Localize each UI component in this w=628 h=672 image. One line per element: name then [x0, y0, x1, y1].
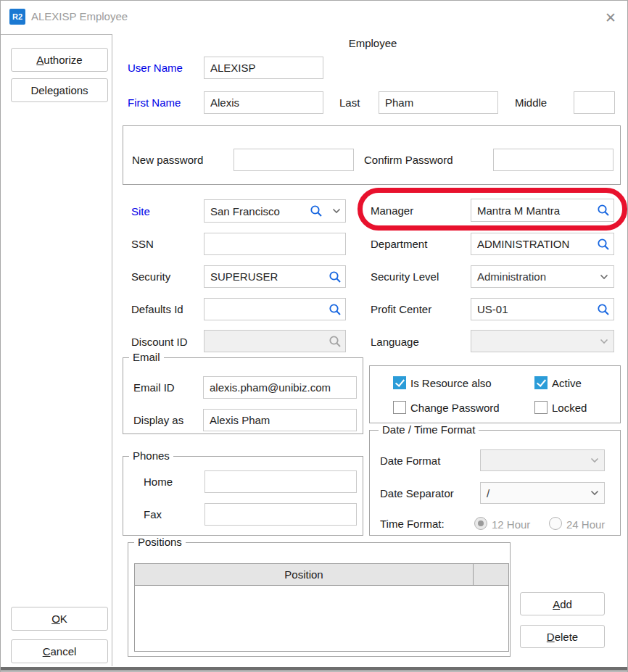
sidebar-panel	[1, 34, 112, 666]
confirm-password-input[interactable]	[493, 149, 613, 171]
display-as-input[interactable]	[203, 409, 357, 431]
security-label: Security	[131, 270, 170, 283]
authorize-button[interactable]: Authorize	[11, 48, 108, 72]
ssn-field	[204, 233, 346, 255]
home-phone-label: Home	[144, 476, 173, 488]
first-name-input[interactable]	[204, 91, 323, 114]
site-dropdown-icon[interactable]	[332, 208, 341, 214]
site-search-icon[interactable]	[310, 204, 323, 217]
time-format-label: Time Format:	[380, 518, 445, 530]
security-input[interactable]	[204, 265, 346, 288]
positions-table-body	[134, 585, 509, 652]
security-field	[204, 265, 346, 288]
is-resource-checkbox[interactable]	[393, 376, 406, 389]
hour12-radio	[474, 517, 487, 530]
email-id-input[interactable]	[203, 376, 357, 399]
date-separator-dropdown-icon[interactable]	[590, 490, 599, 496]
hour12-label: 12 Hour	[492, 518, 530, 531]
last-name-input[interactable]	[379, 91, 498, 114]
date-format-dropdown	[480, 449, 605, 471]
manager-field	[471, 199, 614, 222]
language-dropdown-icon	[600, 339, 608, 344]
cancel-button[interactable]: Cancel	[11, 639, 108, 663]
discount-id-input	[204, 330, 346, 352]
email-group-legend: Email	[129, 351, 164, 363]
add-position-button[interactable]: Add	[520, 592, 605, 615]
form-title: Employee	[123, 37, 623, 49]
security-search-icon[interactable]	[329, 270, 342, 283]
profit-center-input[interactable]	[471, 298, 614, 320]
manager-label: Manager	[371, 204, 413, 217]
fax-label: Fax	[144, 508, 162, 520]
department-search-icon[interactable]	[597, 238, 610, 251]
active-label: Active	[552, 377, 582, 389]
security-level-dropdown[interactable]: Administration	[471, 265, 614, 288]
site-field	[204, 199, 346, 223]
datetime-group-legend: Date / Time Format	[379, 423, 479, 436]
is-resource-label: Is Resource also	[410, 377, 492, 389]
discount-id-field	[204, 330, 346, 352]
display-as-field	[203, 409, 357, 431]
defaults-id-field	[204, 298, 346, 320]
confirm-password-label: Confirm Password	[364, 154, 453, 166]
locked-checkbox[interactable]	[534, 401, 548, 414]
security-level-dropdown-icon[interactable]	[600, 274, 608, 280]
datetime-group: Date / Time Format Date Format Date Sepa…	[369, 430, 621, 536]
first-name-field	[204, 91, 323, 114]
confirm-password-field	[493, 149, 613, 171]
app-logo: R2	[9, 9, 25, 25]
defaults-id-search-icon[interactable]	[329, 303, 342, 316]
middle-name-field	[574, 91, 615, 114]
last-name-label: Last	[339, 96, 360, 109]
phones-group-legend: Phones	[129, 449, 173, 462]
hour24-label: 24 Hour	[566, 518, 605, 531]
department-label: Department	[371, 238, 427, 250]
language-label: Language	[371, 336, 419, 348]
discount-id-label: Discount ID	[131, 336, 188, 348]
hour24-radio	[549, 517, 562, 530]
flags-group: Is Resource also Active Change Password …	[369, 365, 621, 423]
profit-center-search-icon[interactable]	[597, 303, 610, 316]
department-input[interactable]	[471, 233, 614, 255]
display-as-label: Display as	[133, 414, 183, 426]
locked-label: Locked	[552, 402, 587, 414]
close-icon[interactable]: ✕	[600, 7, 621, 28]
middle-name-label: Middle	[515, 96, 547, 109]
employee-dialog-window: R2 ALEXISP Employee ✕ Authorize Delegati…	[0, 0, 628, 672]
department-field	[471, 233, 614, 255]
date-separator-dropdown[interactable]: /	[480, 482, 605, 504]
delegations-button[interactable]: Delegations	[11, 78, 108, 102]
ok-button[interactable]: OK	[11, 607, 108, 631]
active-checkbox[interactable]	[534, 376, 548, 389]
email-id-field	[203, 376, 357, 399]
delete-position-button[interactable]: Delete	[520, 625, 605, 648]
ssn-input[interactable]	[204, 233, 346, 255]
language-dropdown	[471, 330, 614, 352]
ssn-label: SSN	[131, 238, 154, 250]
date-format-dropdown-icon	[590, 457, 599, 463]
user-name-input[interactable]	[204, 57, 323, 79]
defaults-id-input[interactable]	[204, 298, 346, 320]
new-password-field	[234, 149, 354, 171]
manager-search-icon[interactable]	[597, 204, 610, 217]
positions-group-legend: Positions	[134, 536, 186, 548]
first-name-label: First Name	[128, 96, 181, 109]
new-password-input[interactable]	[234, 149, 354, 171]
security-level-label: Security Level	[371, 270, 439, 283]
middle-name-input[interactable]	[574, 91, 615, 114]
fax-field	[204, 503, 357, 526]
home-phone-input[interactable]	[204, 470, 357, 493]
fax-input[interactable]	[204, 503, 357, 526]
window-bottom-edge	[1, 667, 628, 671]
last-name-field	[379, 91, 498, 114]
position-column-header[interactable]: Position	[134, 563, 474, 586]
date-separator-value: /	[487, 487, 489, 499]
change-password-checkbox[interactable]	[393, 401, 406, 414]
site-label: Site	[131, 205, 150, 217]
manager-input[interactable]	[471, 199, 614, 222]
user-name-label: User Name	[128, 62, 183, 74]
email-id-label: Email ID	[133, 381, 175, 394]
site-input[interactable]	[204, 199, 346, 223]
positions-group: Positions Position	[128, 542, 511, 657]
user-name-field	[204, 57, 323, 79]
